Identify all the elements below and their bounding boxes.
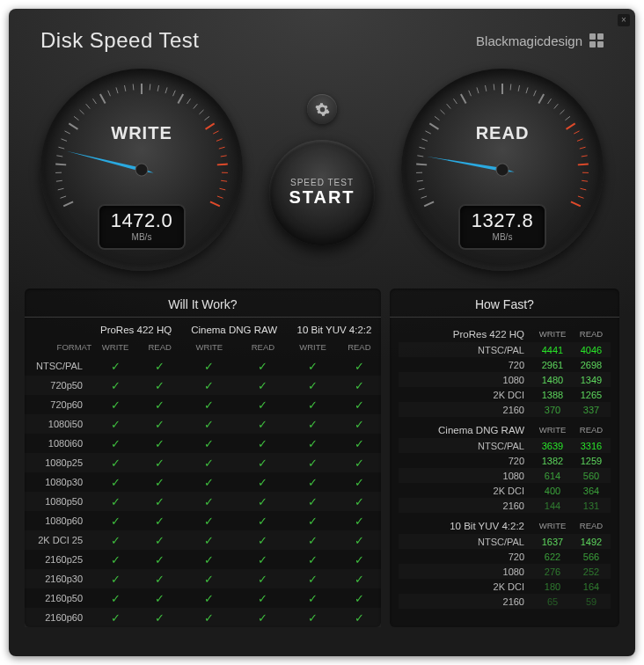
will-it-work-title: Will It Work? [25, 289, 381, 318]
write-gauge-label: WRITE [40, 123, 243, 143]
check-icon: ✓ [308, 592, 318, 605]
check-icon: ✓ [355, 495, 364, 508]
check-cell: ✓ [238, 550, 289, 569]
table-row: 720p50✓✓✓✓✓✓ [25, 376, 381, 395]
check-icon: ✓ [204, 553, 214, 566]
svg-line-5 [55, 164, 66, 165]
svg-line-35 [217, 164, 228, 165]
format-label: 2K DCI 25 [25, 530, 91, 550]
read-fps: 4046 [572, 345, 611, 355]
will-it-work-panel: Will It Work? ProRes 422 HQCinema DNG RA… [25, 289, 381, 627]
table-row: 1080p25✓✓✓✓✓✓ [25, 453, 381, 472]
settings-button[interactable] [307, 94, 337, 124]
close-button[interactable]: × [618, 14, 630, 26]
check-cell: ✓ [180, 588, 238, 608]
check-icon: ✓ [111, 611, 121, 625]
check-icon: ✓ [111, 573, 121, 586]
check-cell: ✓ [180, 472, 238, 492]
check-icon: ✓ [355, 573, 364, 586]
check-icon: ✓ [204, 398, 214, 412]
table-row: 2160p25✓✓✓✓✓✓ [25, 550, 381, 569]
col-header: READ [338, 340, 381, 356]
check-icon: ✓ [204, 515, 214, 528]
app-title: Disk Speed Test [40, 28, 199, 53]
svg-line-13 [86, 104, 91, 108]
check-cell: ✓ [288, 492, 338, 511]
check-cell: ✓ [238, 569, 289, 588]
check-icon: ✓ [155, 437, 165, 450]
svg-line-68 [538, 94, 544, 104]
write-fps: 4441 [533, 345, 572, 355]
read-fps: 560 [572, 471, 611, 481]
check-icon: ✓ [155, 534, 165, 547]
format-label: 720p50 [25, 376, 91, 395]
check-cell: ✓ [139, 414, 180, 434]
svg-line-28 [199, 110, 203, 114]
how-fast-section: Cinema DNG RAWWRITEREAD NTSC/PAL 3639 33… [399, 422, 611, 513]
format-header: FORMAT [25, 340, 91, 356]
format-label: 2160 [399, 596, 533, 607]
check-cell: ✓ [338, 530, 381, 550]
check-icon: ✓ [155, 457, 165, 470]
col-header: READ [572, 521, 611, 531]
col-header: READ [572, 425, 611, 435]
col-header: READ [139, 340, 180, 356]
check-cell: ✓ [180, 530, 238, 550]
write-value: 1472.0 [99, 209, 184, 232]
svg-line-40 [210, 201, 220, 206]
table-row: 2160p60✓✓✓✓✓✓ [25, 608, 381, 627]
check-icon: ✓ [355, 534, 364, 547]
format-label: 1080p50 [25, 492, 91, 511]
svg-line-81 [580, 188, 586, 190]
svg-line-76 [580, 147, 586, 149]
check-cell: ✓ [338, 356, 381, 376]
check-icon: ✓ [204, 592, 214, 605]
how-fast-row: 2K DCI 1388 1265 [399, 387, 611, 402]
write-fps: 144 [533, 501, 572, 511]
brand-label: Blackmagicdesign [476, 33, 582, 48]
format-label: 1080 [399, 375, 533, 385]
svg-line-60 [477, 87, 479, 93]
check-icon: ✓ [308, 495, 318, 508]
svg-line-43 [424, 201, 434, 206]
write-fps: 370 [533, 405, 572, 415]
check-cell: ✓ [91, 530, 139, 550]
format-label: 720p60 [25, 395, 91, 414]
write-fps: 276 [533, 566, 572, 577]
check-cell: ✓ [338, 608, 381, 627]
svg-line-37 [221, 180, 227, 181]
check-cell: ✓ [238, 356, 289, 376]
check-icon: ✓ [111, 398, 121, 412]
read-fps: 2698 [572, 360, 611, 370]
svg-line-54 [435, 116, 439, 120]
check-cell: ✓ [288, 530, 338, 550]
read-fps: 566 [572, 552, 611, 562]
check-cell: ✓ [338, 511, 381, 530]
check-icon: ✓ [155, 360, 165, 373]
col-header: WRITE [288, 340, 338, 356]
check-cell: ✓ [91, 550, 139, 569]
start-button[interactable]: SPEED TEST START [269, 140, 375, 245]
gear-icon [315, 102, 330, 117]
how-fast-row: 2K DCI 180 164 [399, 579, 611, 594]
write-fps: 180 [533, 581, 572, 592]
svg-line-17 [116, 87, 118, 93]
check-cell: ✓ [180, 608, 238, 627]
table-row: 1080p50✓✓✓✓✓✓ [25, 492, 381, 511]
check-cell: ✓ [91, 492, 139, 511]
read-gauge: READ 1327.8 MB/s [401, 69, 604, 271]
how-fast-row: 720 1382 1259 [399, 453, 611, 468]
read-gauge-label: READ [401, 123, 604, 143]
check-icon: ✓ [204, 437, 214, 450]
read-fps: 3316 [572, 441, 611, 451]
check-cell: ✓ [288, 356, 338, 376]
svg-line-58 [461, 94, 466, 104]
how-fast-section: 10 Bit YUV 4:2:2WRITEREAD NTSC/PAL 1637 … [399, 518, 611, 609]
read-unit: MB/s [460, 232, 545, 242]
check-cell: ✓ [288, 550, 338, 569]
check-cell: ✓ [288, 588, 338, 608]
svg-line-21 [150, 84, 150, 90]
check-icon: ✓ [155, 592, 165, 605]
check-cell: ✓ [139, 550, 180, 569]
how-fast-row: 1080 614 560 [399, 468, 611, 483]
